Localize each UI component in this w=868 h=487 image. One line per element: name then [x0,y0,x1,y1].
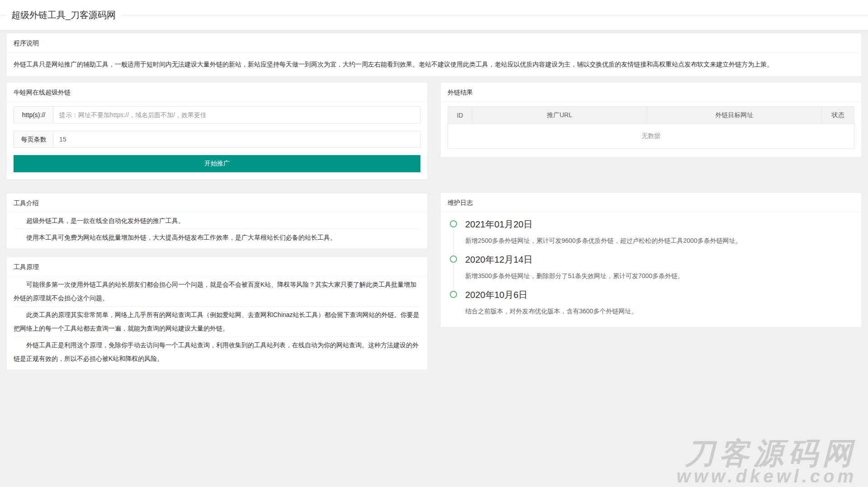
timeline-circle-icon [450,255,457,263]
timeline-desc: 新增3500多条外链网址，删除部分了51条失效网址，累计可发7000多条外链。 [465,270,854,281]
timeline-date: 2021年01月20日 [465,219,854,230]
timeline-entry: 2021年01月20日 新增2500多条外链网址，累计可发9600多条优质外链，… [453,219,854,254]
maintenance-timeline: 2021年01月20日 新增2500多条外链网址，累计可发9600多条优质外链，… [450,219,854,325]
intro-card-title: 工具介绍 [7,194,427,213]
intro-item: 超级外链工具，是一款在线全自动化发外链的推广工具。 [14,213,420,229]
intro-item: 使用本工具可免费为网站在线批量增加外链，大大提高外链发布工作效率，是广大草根站长… [14,229,420,246]
watermark-site-name: 刀客源码网 [677,439,857,467]
timeline-entry: 2020年10月6日 结合之前版本，对外发布优化版本，含有3600多个外链网址。 [453,289,854,325]
results-card-title: 外链结果 [441,83,861,102]
per-page-input[interactable] [54,131,420,147]
timeline-date: 2020年12月14日 [465,254,854,265]
main-content: 程序说明 外链工具只是网站推广的辅助工具，一般适用于短时间内无法建设大量外链的新… [0,30,868,369]
per-page-label: 每页条数 [14,131,54,147]
notice-card: 程序说明 外链工具只是网站推广的辅助工具，一般适用于短时间内无法建设大量外链的新… [7,33,861,76]
principle-paragraph: 此类工具的原理其实非常简单，网络上几乎所有的网站查询工具（例如爱站网、去查网和C… [14,307,420,337]
timeline-circle-icon [450,220,457,227]
principle-paragraph: 外链工具正是利用这个原理，免除你手动去访问每一个工具站查询，利用收集到的工具站列… [14,337,420,367]
left-column: 牛蛙网在线超级外链 http(s):// 每页条数 开始推广 工具介绍 [7,83,427,369]
right-column: 外链结果 ID 推广URL 外链目标网址 状态 [441,83,861,327]
principle-paragraph: 可能很多第一次使用外链工具的站长朋友们都会担心同一个问题，就是会不会被百度K站、… [14,276,420,307]
log-card: 维护日志 2021年01月20日 新增2500多条外链网址，累计可发9600多条… [441,193,861,327]
results-table: ID 推广URL 外链目标网址 状态 无数据 [448,106,854,149]
results-header-row: ID 推广URL 外链目标网址 状态 [448,107,854,124]
results-column-id: ID [448,107,472,124]
form-card: 牛蛙网在线超级外链 http(s):// 每页条数 开始推广 [7,83,427,179]
page-header: 超级外链工具_刀客源码网 [0,0,868,30]
timeline-date: 2020年10月6日 [465,289,854,300]
results-card: 外链结果 ID 推广URL 外链目标网址 状态 [441,83,861,157]
principle-card-title: 工具原理 [7,257,427,276]
principle-card: 工具原理 可能很多第一次使用外链工具的站长朋友们都会担心同一个问题，就是会不会被… [7,257,427,369]
url-input[interactable] [54,107,420,123]
log-card-title: 维护日志 [441,193,861,212]
results-empty-row: 无数据 [448,124,854,149]
header-divider [0,15,868,15]
per-page-input-row: 每页条数 [14,131,420,148]
timeline-desc: 结合之前版本，对外发布优化版本，含有3600多个外链网址。 [465,306,854,317]
watermark: 刀客源码网 www.dkewl.com [677,439,857,485]
two-column-layout: 牛蛙网在线超级外链 http(s):// 每页条数 开始推广 工具介绍 [7,83,861,369]
watermark-site-url: www.dkewl.com [677,467,857,485]
timeline-desc: 新增2500多条外链网址，累计可发9600多条优质外链，超过卢松松的外链工具20… [465,235,854,246]
start-promotion-button[interactable]: 开始推广 [14,155,420,172]
url-protocol-addon: http(s):// [14,107,54,123]
results-column-promo-url: 推广URL [472,107,647,124]
results-column-target-url: 外链目标网址 [647,107,822,124]
results-empty-text: 无数据 [448,124,854,149]
url-input-row: http(s):// [14,106,420,123]
page-title: 超级外链工具_刀客源码网 [6,9,121,20]
notice-card-body: 外链工具只是网站推广的辅助工具，一般适用于短时间内无法建设大量外链的新站，新站应… [14,57,854,71]
notice-card-title: 程序说明 [7,33,861,52]
intro-card: 工具介绍 超级外链工具，是一款在线全自动化发外链的推广工具。 使用本工具可免费为… [7,194,427,248]
form-card-title: 牛蛙网在线超级外链 [7,83,427,102]
timeline-circle-icon [450,291,457,298]
results-column-status: 状态 [822,107,854,124]
timeline-entry: 2020年12月14日 新增3500多条外链网址，删除部分了51条失效网址，累计… [453,254,854,289]
